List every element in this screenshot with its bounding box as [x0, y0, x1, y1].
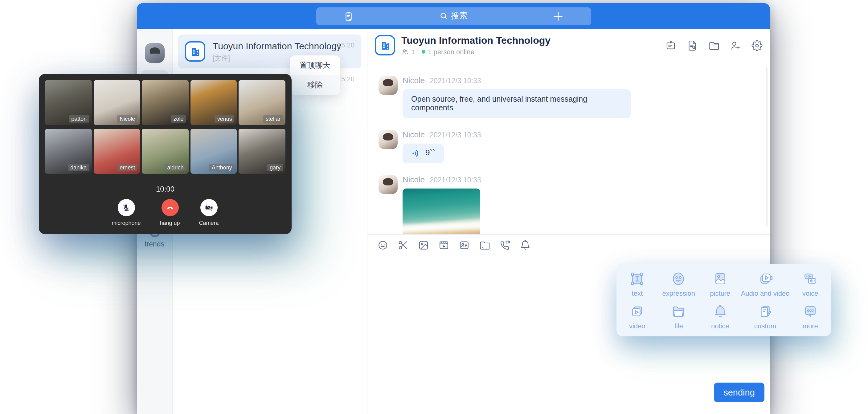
message-time: 2021/12/3 10:33 — [430, 176, 481, 184]
call-controls: microphone hang up — [45, 199, 285, 226]
panel-item-voice[interactable]: voice — [789, 267, 831, 300]
announcement-icon[interactable] — [665, 40, 676, 51]
video-tile: patton — [45, 80, 92, 125]
scrollbar[interactable] — [766, 67, 768, 226]
emoji-icon[interactable] — [377, 240, 389, 251]
hang-up-icon — [165, 203, 175, 213]
file-icon — [671, 304, 686, 319]
settings-gear-icon[interactable] — [751, 40, 763, 51]
file-folder-icon[interactable] — [479, 240, 490, 251]
voice-duration: 9`` — [425, 149, 435, 158]
video-clapper-icon[interactable] — [438, 240, 450, 251]
trends-label: trends — [137, 240, 172, 248]
online-status: 1 person online — [428, 48, 474, 56]
microphone-toggle[interactable]: microphone — [112, 199, 141, 226]
message-image: Nicole 2021/12/3 10:33 — [378, 175, 770, 234]
topbar: 搜索 — [137, 3, 770, 29]
voice-bubble[interactable]: 9`` — [403, 144, 444, 163]
picture-icon — [712, 271, 728, 286]
call-icon[interactable] — [499, 240, 510, 251]
contact-card-icon[interactable] — [459, 240, 470, 251]
custom-icon — [758, 304, 773, 319]
composer-toolbar — [367, 234, 770, 256]
organization-icon — [375, 35, 395, 56]
panel-item-audio-video[interactable]: Audio and video — [741, 267, 790, 300]
sender-name: Nicole — [403, 76, 425, 85]
sender-avatar[interactable] — [378, 175, 398, 194]
message-voice: Nicole 2021/12/3 10:33 9`` — [378, 130, 770, 163]
text-bubble: Open source, free, and universal instant… — [403, 89, 631, 118]
video-tile: Anthony — [190, 129, 237, 174]
online-dot — [422, 50, 425, 54]
panel-item-text[interactable]: text — [617, 267, 658, 300]
send-button[interactable]: sending — [714, 383, 765, 402]
video-tile: stellar — [239, 80, 285, 125]
chat-header: Tuoyun Information Technology 1 1 person… — [367, 29, 770, 62]
add-icon[interactable] — [552, 10, 564, 22]
video-tile: zole — [142, 80, 188, 125]
chat-title: Tuoyun Information Technology — [213, 40, 341, 51]
add-member-icon[interactable] — [730, 40, 741, 51]
search-bar[interactable]: 搜索 — [316, 7, 591, 25]
participant-grid: patton Nicole zole venus stellar danika … — [45, 80, 285, 174]
chat-main: Tuoyun Information Technology 1 1 person… — [367, 29, 770, 414]
context-menu: 置顶聊天 移除 — [290, 56, 340, 95]
sender-avatar[interactable] — [378, 130, 398, 149]
expression-icon — [671, 271, 686, 286]
panel-item-expression[interactable]: expression — [658, 267, 700, 300]
message-list[interactable]: Nicole 2021/12/3 10:33 Open source, free… — [367, 62, 770, 234]
conversation-title: Tuoyun Information Technology — [401, 35, 551, 46]
notification-bell-icon[interactable] — [520, 240, 531, 251]
hang-up-button[interactable]: hang up — [160, 199, 180, 226]
image-attachment[interactable] — [403, 189, 480, 234]
organization-icon — [185, 41, 205, 62]
video-icon — [629, 304, 645, 319]
chat-record-search-icon[interactable] — [687, 40, 698, 51]
panel-item-custom[interactable]: custom — [741, 300, 790, 333]
message-time: 2021/12/3 10:33 — [430, 131, 481, 138]
message-text: Nicole 2021/12/3 10:33 Open source, free… — [378, 76, 770, 118]
text-icon — [629, 271, 645, 286]
user-avatar[interactable] — [145, 43, 164, 63]
notice-bell-icon — [712, 304, 728, 319]
video-call-overlay: patton Nicole zole venus stellar danika … — [39, 74, 291, 234]
panel-item-notice[interactable]: notice — [700, 300, 741, 333]
member-count: 1 — [412, 48, 415, 56]
mic-muted-icon — [121, 203, 131, 212]
chat-time: 15:20 — [338, 41, 354, 49]
panel-item-picture[interactable]: picture — [700, 267, 741, 300]
more-icon — [803, 304, 818, 319]
sender-avatar[interactable] — [378, 76, 398, 95]
sender-name: Nicole — [403, 175, 425, 184]
menu-item-remove[interactable]: 移除 — [290, 75, 340, 95]
search-icon — [439, 12, 448, 20]
panel-item-more[interactable]: more — [789, 300, 831, 333]
panel-item-video[interactable]: video — [617, 300, 658, 333]
video-tile: aldrich — [142, 129, 188, 174]
sender-name: Nicole — [403, 130, 425, 139]
voice-icon — [803, 271, 818, 286]
call-timer: 10:00 — [45, 185, 285, 193]
panel-item-file[interactable]: file — [658, 300, 700, 333]
screenshot-scissors-icon[interactable] — [398, 240, 409, 251]
message-type-panel: text expression picture — [617, 264, 831, 337]
contact-note-icon[interactable] — [343, 11, 353, 21]
video-tile: danika — [45, 129, 92, 174]
video-tile: ernest — [93, 129, 140, 174]
menu-item-pin-chat[interactable]: 置顶聊天 — [290, 56, 340, 75]
image-icon[interactable] — [418, 240, 429, 251]
audio-video-icon — [758, 271, 773, 286]
group-file-icon[interactable] — [708, 40, 719, 51]
app-root: 搜索 trends — [0, 0, 868, 414]
voice-wave-icon — [411, 149, 421, 158]
message-time: 2021/12/3 10:33 — [430, 77, 481, 85]
video-tile: gary — [239, 129, 285, 174]
camera-toggle[interactable]: Camera — [199, 199, 219, 226]
camera-muted-icon — [204, 203, 214, 213]
search-placeholder[interactable]: 搜索 — [439, 7, 468, 25]
video-tile: venus — [190, 80, 237, 125]
members-icon — [401, 48, 409, 56]
video-tile: Nicole — [93, 80, 140, 125]
